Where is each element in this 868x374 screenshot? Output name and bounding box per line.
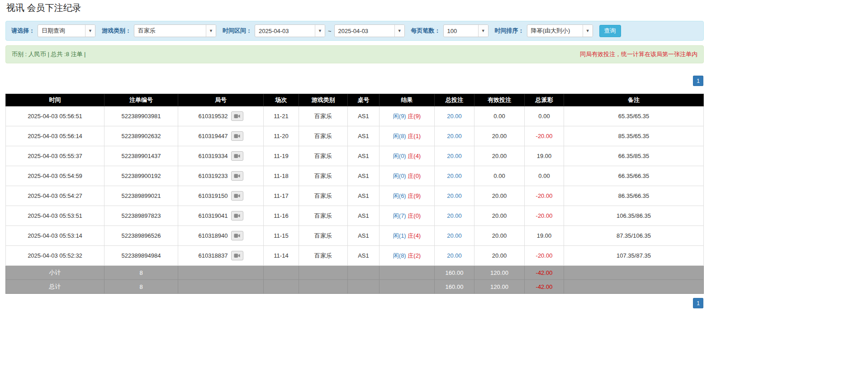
range-separator: ~: [328, 28, 332, 34]
date-to-select[interactable]: 2025-04-03 ▼: [334, 24, 405, 37]
chevron-down-icon[interactable]: ▼: [85, 25, 95, 37]
cell-game-type: 百家乐: [299, 146, 348, 166]
page-size-select[interactable]: 100 ▼: [443, 24, 489, 37]
video-replay-button[interactable]: [231, 171, 243, 181]
total-bet-link[interactable]: 20.00: [447, 212, 462, 219]
cell-game-type: 百家乐: [299, 166, 348, 186]
round-id-text: 610319532: [198, 113, 228, 120]
chevron-down-icon[interactable]: ▼: [315, 25, 325, 37]
filter-page-size: 每页笔数： 100 ▼: [411, 24, 489, 37]
round-id-text: 610318837: [198, 252, 228, 259]
cell-total-bet: 20.00: [435, 166, 474, 186]
game-type-value[interactable]: 百家乐: [134, 25, 206, 37]
search-button[interactable]: 查询: [599, 25, 621, 37]
empty-cell: [178, 266, 264, 280]
cell-result: 闲(9) 庄(9): [379, 106, 435, 126]
summary-bar: 币别 : 人民币 | 总共 :8 注单 | 同局有效投注，统一计算在该局第一张注…: [5, 45, 704, 63]
cell-round-id: 610319150: [178, 186, 264, 206]
empty-cell: [379, 280, 435, 294]
player-result: 闲(8): [393, 133, 406, 139]
cell-remark: 66.35/85.35: [564, 146, 704, 166]
total-row: 总计8160.00120.00-42.00: [6, 280, 704, 294]
total-row-total-bet: 160.00: [435, 280, 474, 294]
page-button-1[interactable]: 1: [693, 76, 703, 86]
game-type-select[interactable]: 百家乐 ▼: [134, 24, 216, 37]
video-replay-button[interactable]: [231, 111, 243, 121]
filter-game-type: 游戏类别： 百家乐 ▼: [102, 24, 216, 37]
page-container: 视讯 会员下注纪录 请选择： 日期查询 ▼ 游戏类别： 百家乐 ▼ 时间区间： …: [5, 2, 704, 308]
total-bet-link[interactable]: 20.00: [447, 192, 462, 199]
cell-time: 2025-04-03 05:54:27: [6, 186, 104, 206]
video-replay-button[interactable]: [231, 251, 243, 260]
cell-round-id: 610319041: [178, 206, 264, 226]
column-header-10: 备注: [564, 94, 704, 106]
sort-label: 时间排序：: [495, 27, 524, 35]
video-camera-icon: [234, 213, 240, 218]
cell-result: 闲(0) 庄(4): [379, 146, 435, 166]
cell-valid-bet: 20.00: [474, 206, 525, 226]
table-row: 2025-04-03 05:53:14522389896526610318940…: [6, 226, 704, 246]
video-replay-button[interactable]: [231, 131, 243, 141]
empty-cell: [348, 266, 379, 280]
sort-value[interactable]: 降幂(由大到小): [527, 25, 583, 37]
cell-total-bet: 20.00: [435, 186, 474, 206]
chevron-down-icon[interactable]: ▼: [394, 25, 404, 37]
video-replay-button[interactable]: [231, 211, 243, 221]
video-replay-button[interactable]: [231, 191, 243, 201]
filter-bar: 请选择： 日期查询 ▼ 游戏类别： 百家乐 ▼ 时间区间： 2025-04-03…: [5, 21, 704, 41]
chevron-down-icon[interactable]: ▼: [206, 25, 216, 37]
table-row: 2025-04-03 05:54:59522389900192610319233…: [6, 166, 704, 186]
cell-time: 2025-04-03 05:56:14: [6, 126, 104, 146]
total-bet-link[interactable]: 20.00: [447, 133, 462, 139]
table-row: 2025-04-03 05:56:51522389903981610319532…: [6, 106, 704, 126]
banker-result: 庄(0): [408, 173, 421, 179]
column-header-0: 时间: [6, 94, 104, 106]
video-replay-button[interactable]: [231, 151, 243, 161]
chevron-down-icon[interactable]: ▼: [583, 25, 593, 37]
banker-result: 庄(4): [408, 232, 421, 239]
cell-payout: -20.00: [525, 186, 564, 206]
cell-valid-bet: 20.00: [474, 146, 525, 166]
total-bet-link[interactable]: 20.00: [447, 153, 462, 159]
page-size-value[interactable]: 100: [444, 25, 478, 37]
total-bet-link[interactable]: 20.00: [447, 113, 462, 120]
subtotal-row-valid-bet: 120.00: [474, 266, 525, 280]
round-id-text: 610319150: [198, 192, 228, 199]
column-header-7: 总投注: [435, 94, 474, 106]
round-id-text: 610318940: [198, 232, 228, 239]
total-bet-link[interactable]: 20.00: [447, 252, 462, 259]
cell-game-type: 百家乐: [299, 226, 348, 246]
cell-result: 闲(6) 庄(9): [379, 186, 435, 206]
query-type-value[interactable]: 日期查询: [38, 25, 85, 37]
player-result: 闲(9): [393, 113, 406, 120]
cell-time: 2025-04-03 05:56:51: [6, 106, 104, 126]
pagination-top: 1: [5, 76, 703, 86]
page-button-1[interactable]: 1: [693, 298, 703, 308]
video-replay-button[interactable]: [231, 231, 243, 240]
chevron-down-icon[interactable]: ▼: [478, 25, 488, 37]
summary-info: 币别 : 人民币 | 总共 :8 注单 |: [12, 50, 86, 58]
date-to-value[interactable]: 2025-04-03: [335, 25, 394, 37]
subtotal-row-label: 小计: [6, 266, 104, 280]
total-bet-link[interactable]: 20.00: [447, 232, 462, 239]
date-from-value[interactable]: 2025-04-03: [255, 25, 315, 37]
cell-remark: 86.35/66.35: [564, 186, 704, 206]
total-bet-link[interactable]: 20.00: [447, 173, 462, 179]
banker-result: 庄(1): [408, 133, 421, 139]
cell-session: 11-20: [264, 126, 299, 146]
cell-table-no: AS1: [348, 126, 379, 146]
column-header-9: 总派彩: [525, 94, 564, 106]
total-row-payout: -42.00: [525, 280, 564, 294]
query-type-select[interactable]: 日期查询 ▼: [38, 24, 95, 37]
video-camera-icon: [234, 193, 240, 198]
cell-valid-bet: 20.00: [474, 246, 525, 266]
cell-payout: 0.00: [525, 166, 564, 186]
column-header-5: 桌号: [348, 94, 379, 106]
cell-session: 11-19: [264, 146, 299, 166]
cell-session: 11-17: [264, 186, 299, 206]
cell-payout: -20.00: [525, 246, 564, 266]
video-camera-icon: [234, 233, 240, 238]
sort-select[interactable]: 降幂(由大到小) ▼: [527, 24, 593, 37]
cell-bet-id: 522389896526: [104, 226, 178, 246]
date-from-select[interactable]: 2025-04-03 ▼: [255, 24, 325, 37]
